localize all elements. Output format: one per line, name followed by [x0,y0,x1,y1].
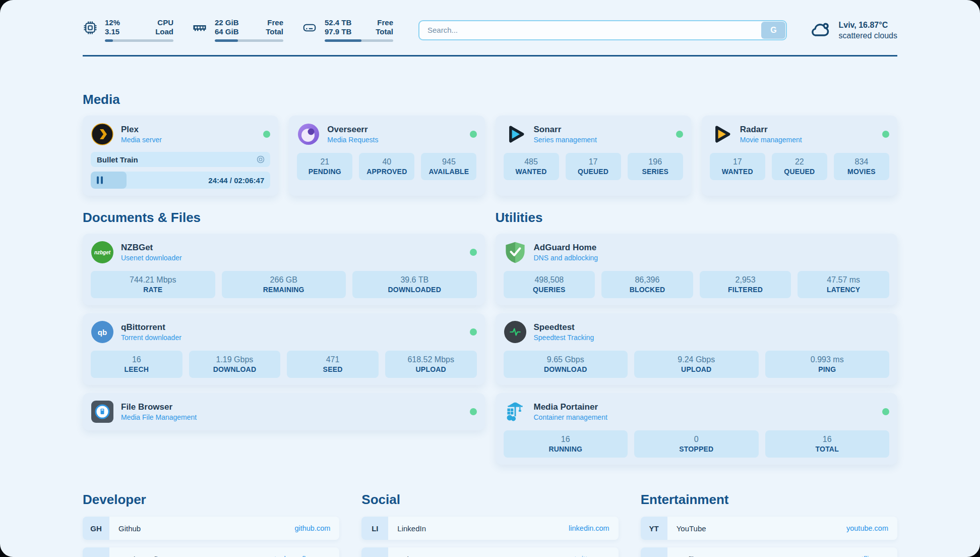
stat-label: MOVIES [838,167,885,176]
ram-label-2: Total [266,27,283,36]
status-dot [470,131,477,138]
ram-icon [192,20,208,37]
link-row-netflix[interactable]: NF Netflix netflix.com [641,547,897,557]
status-dot [470,408,477,415]
stat-label: UPLOAD [389,365,473,374]
stat-box: 0.993 ms PING [765,351,890,378]
service-card-portainer[interactable]: Media Portainer Container management 16 … [496,393,898,465]
stat-box: 266 GB REMAINING [222,271,346,298]
service-subtitle: Media server [121,135,162,144]
stat-value: 40 [363,156,410,167]
service-title: AdGuard Home [534,242,598,253]
cpu-progress-track [105,39,173,42]
stat-label: LATENCY [802,285,885,294]
service-title: File Browser [121,402,197,413]
search-input[interactable] [418,20,787,40]
stat-label: RATE [95,285,211,294]
playback-progress-bar[interactable]: 24:44 / 02:06:47 [91,172,270,189]
search-engine-button[interactable]: G [761,22,785,39]
section-title-utilities: Utilities [496,210,898,226]
service-card-speedtest[interactable]: Speedtest Speedtest Tracking 9.65 Gbps D… [496,313,898,385]
cloud-icon [809,20,831,41]
section-title-media: Media [83,92,897,107]
ram-total: 64 GiB [215,27,239,36]
stat-label: PENDING [301,167,348,176]
service-subtitle: Usenet downloader [121,253,182,262]
stat-box: 16 LEECH [91,351,182,378]
stat-value: 39.6 TB [356,274,473,285]
radarr-icon [710,123,733,146]
status-dot [882,131,889,138]
section-title-entertainment: Entertainment [641,492,897,508]
dashboard-page: 12% 3.15 CPU Load [0,0,980,557]
link-row-twitter[interactable]: TW Twitter twitter.com [361,547,618,557]
status-dot [676,131,683,138]
disk-progress-track [325,39,393,42]
service-title: Sonarr [534,124,597,135]
now-playing-row: Bullet Train [91,152,270,167]
link-row-youtube[interactable]: YT YouTube youtube.com [641,517,897,540]
header-divider [83,55,897,57]
weather-condition: scattered clouds [838,30,897,41]
service-subtitle: Speedtest Tracking [534,333,594,342]
link-badge: GH [83,517,109,540]
link-badge: YT [641,517,667,540]
pause-icon[interactable] [97,177,103,184]
stat-value: 471 [291,354,375,365]
stat-value: 17 [570,156,617,167]
session-icon[interactable] [256,155,265,164]
link-badge: LI [361,517,388,540]
service-subtitle: DNS and adblocking [534,253,598,262]
developer-links-column: Developer GH Github github.com SO StackO… [83,492,339,557]
link-row-stackoverflow[interactable]: SO StackOverflow stackoverflow.com [83,547,339,557]
link-url[interactable]: github.com [294,524,339,532]
stat-value: 2,953 [704,274,787,285]
search-container: G [418,20,787,40]
stat-value: 196 [632,156,679,167]
ram-progress-track [215,39,283,42]
service-subtitle: Torrent downloader [121,333,181,342]
stat-value: 22 [776,156,823,167]
link-url[interactable]: youtube.com [846,524,897,532]
link-badge: SO [83,547,109,557]
ram-free: 22 GiB [215,18,239,27]
ram-stat: 22 GiB 64 GiB Free Total [192,18,283,42]
link-url[interactable]: twitter.com [574,555,618,557]
service-card-filebrowser[interactable]: File Browser Media File Management [83,393,485,430]
service-subtitle: Movie management [740,135,802,144]
stat-label: WANTED [714,167,761,176]
service-card-sonarr[interactable]: Sonarr Series management 485 WANTED 17 Q… [496,116,691,196]
stat-box: 196 SERIES [628,153,683,180]
stat-label: TOTAL [769,444,886,454]
section-title-developer: Developer [83,492,339,508]
ram-progress-fill [215,39,238,42]
disk-icon [301,20,318,37]
documents-column: Documents & Files nzbget NZBGet Usenet d… [83,210,485,430]
stat-label: QUEUED [776,167,823,176]
service-card-adguard[interactable]: AdGuard Home DNS and adblocking 498,508 … [496,234,898,305]
stat-value: 744.21 Mbps [95,274,211,285]
link-url[interactable]: linkedin.com [569,524,619,532]
service-card-qbittorrent[interactable]: qb qBittorrent Torrent downloader 16 LEE… [83,313,485,385]
stat-value: 9.65 Gbps [508,354,624,365]
cpu-label-2: Load [155,27,173,36]
now-playing-title: Bullet Train [97,155,138,164]
link-url[interactable]: stackoverflow.com [271,555,339,557]
playback-time: 24:44 / 02:06:47 [208,176,264,185]
stat-value: 618.52 Mbps [389,354,473,365]
stat-label: LEECH [95,365,178,374]
status-dot [470,328,477,336]
service-card-radarr[interactable]: Radarr Movie management 17 WANTED 22 QUE… [702,116,897,196]
stat-label: DOWNLOADED [356,285,473,294]
service-card-nzbget[interactable]: nzbget NZBGet Usenet downloader 744.21 M… [83,234,485,305]
service-card-plex[interactable]: Plex Media server Bullet Train [83,116,278,196]
stat-label: UPLOAD [638,365,755,374]
link-row-github[interactable]: GH Github github.com [83,517,339,540]
service-card-overseerr[interactable]: Overseerr Media Requests 21 PENDING 40 A… [289,116,484,196]
cpu-stat: 12% 3.15 CPU Load [83,18,173,42]
overseerr-icon [297,123,320,146]
stat-value: 498,508 [508,274,591,285]
link-url[interactable]: netflix.com [853,555,897,557]
link-row-linkedin[interactable]: LI LinkedIn linkedin.com [361,517,618,540]
disk-label-1: Free [376,18,393,27]
